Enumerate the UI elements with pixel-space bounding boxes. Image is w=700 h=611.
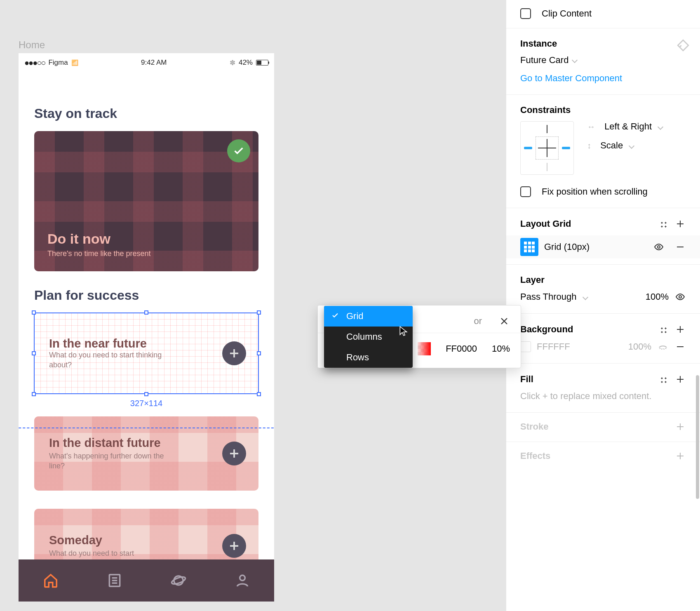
background-visibility-toggle[interactable] — [657, 341, 669, 352]
device-frame[interactable]: ●●●○○ Figma 9:42 AM ✽ 42% Stay on track — [19, 53, 274, 602]
card-subtitle: What's happening further down the line? — [49, 451, 181, 471]
resize-handle[interactable] — [144, 310, 148, 315]
grid-visibility-toggle[interactable] — [653, 241, 665, 253]
resize-handle[interactable] — [32, 310, 36, 315]
layer-visibility-toggle[interactable] — [674, 291, 686, 303]
constraints-widget[interactable] — [520, 121, 574, 175]
minus-icon — [675, 242, 685, 252]
close-button[interactable] — [498, 315, 510, 327]
dropdown-label: Rows — [346, 352, 369, 363]
constraint-horizontal-select[interactable]: Left & Right — [587, 121, 662, 132]
layout-grid-heading: Layout Grid — [520, 219, 571, 229]
resize-handle[interactable] — [32, 392, 36, 396]
fix-position-checkbox[interactable] — [520, 186, 531, 197]
instance-name-select[interactable]: Future Card — [520, 55, 686, 66]
blend-mode-select[interactable]: Pass Through — [520, 291, 587, 302]
background-styles-icon[interactable] — [657, 324, 669, 335]
fix-position-label: Fix position when scrolling — [542, 186, 648, 197]
dropdown-label: Grid — [346, 311, 364, 322]
eye-icon — [675, 292, 685, 302]
bluetooth-icon: ✽ — [230, 59, 235, 67]
layout-grid-chip-label: Grid (10px) — [544, 242, 590, 252]
clip-content-label: Clip Content — [542, 8, 592, 19]
resize-handle[interactable] — [144, 392, 148, 396]
tab-home[interactable] — [42, 572, 59, 589]
layer-heading: Layer — [520, 275, 545, 285]
resize-handle[interactable] — [32, 351, 36, 355]
hero-subtitle: There's no time like the present — [47, 249, 245, 258]
background-add-button[interactable] — [674, 324, 686, 335]
hero-card[interactable]: Do it now There's no time like the prese… — [34, 131, 258, 271]
checkmark-badge[interactable] — [227, 139, 250, 162]
check-icon — [331, 312, 339, 319]
selected-layer[interactable]: In the near future What do you need to s… — [34, 313, 258, 394]
plus-icon — [228, 540, 240, 552]
section-title-stay: Stay on track — [34, 106, 258, 121]
add-button[interactable] — [222, 442, 246, 465]
signal-dots-icon: ●●●○○ — [24, 58, 45, 68]
dropdown-option-rows[interactable]: Rows — [324, 347, 413, 368]
constraints-heading: Constraints — [520, 105, 571, 115]
layout-grid-add-button[interactable] — [674, 218, 686, 230]
hero-title: Do it now — [47, 231, 245, 247]
constraint-vertical-select[interactable]: Scale — [587, 140, 662, 151]
home-screen: Stay on track Do it now There's no time … — [19, 72, 274, 583]
effects-add-button[interactable] — [674, 450, 686, 462]
fill-heading: Fill — [520, 374, 533, 385]
svg-point-4 — [658, 246, 660, 248]
plus-icon — [675, 374, 685, 384]
plus-icon — [228, 447, 240, 460]
dropdown-option-grid[interactable]: Grid — [324, 306, 413, 327]
layout-grid-row[interactable]: Grid (10px) — [506, 235, 700, 258]
constraint-horizontal-label: Left & Right — [604, 121, 652, 132]
layer-opacity-field[interactable]: 100% — [646, 291, 669, 302]
dropdown-label: Columns — [346, 331, 382, 342]
panel-scrollbar[interactable] — [696, 375, 699, 499]
resize-handle[interactable] — [257, 351, 261, 355]
carrier-label: Figma — [48, 59, 68, 67]
frame-label[interactable]: Home — [19, 39, 274, 51]
mouse-cursor — [399, 326, 408, 338]
background-remove-button[interactable] — [674, 341, 686, 352]
card-title: Someday — [49, 533, 134, 547]
tab-explore[interactable] — [170, 572, 187, 589]
add-button[interactable] — [222, 341, 246, 365]
svg-point-2 — [171, 576, 186, 585]
profile-icon — [235, 573, 250, 588]
section-title-plan: Plan for success — [34, 288, 258, 303]
tab-profile[interactable] — [234, 572, 251, 589]
tab-list[interactable] — [106, 572, 123, 589]
plus-icon — [675, 324, 685, 334]
tab-bar — [19, 559, 274, 602]
background-hex[interactable]: FFFFFF — [537, 341, 570, 352]
plus-icon — [675, 422, 685, 432]
constraint-vertical-label: Scale — [600, 140, 623, 150]
add-button[interactable] — [222, 534, 246, 558]
grid-remove-button[interactable] — [674, 241, 686, 253]
resize-handle[interactable] — [257, 392, 261, 396]
grid-opacity-field[interactable]: 10% — [492, 343, 510, 354]
card-subtitle: What do you need to start — [49, 549, 134, 558]
layout-grid-styles-icon[interactable] — [657, 218, 669, 230]
battery-pct: 42% — [239, 59, 253, 67]
background-opacity[interactable]: 100% — [628, 341, 651, 352]
resize-handle[interactable] — [257, 310, 261, 315]
plus-icon — [675, 451, 685, 461]
fill-add-button[interactable] — [674, 374, 686, 385]
svg-point-3 — [240, 575, 245, 580]
grid-hex-field[interactable]: FF0000 — [446, 343, 477, 354]
effects-heading: Effects — [520, 451, 550, 461]
color-swatch[interactable] — [418, 342, 431, 355]
clip-content-checkbox[interactable] — [520, 8, 531, 19]
blend-mode-label: Pass Through — [520, 291, 577, 302]
reset-instance-icon[interactable] — [676, 38, 690, 55]
stroke-add-button[interactable] — [674, 421, 686, 432]
time-label: 9:42 AM — [141, 59, 167, 67]
wifi-icon — [71, 59, 78, 67]
fill-hint: Click + to replace mixed content. — [520, 391, 686, 402]
go-to-master-link[interactable]: Go to Master Component — [520, 73, 686, 84]
canvas[interactable]: Home ●●●○○ Figma 9:42 AM ✽ 42% Stay on t… — [19, 39, 274, 602]
fill-styles-icon[interactable] — [657, 374, 669, 385]
background-swatch[interactable] — [520, 341, 531, 352]
check-icon — [233, 145, 244, 157]
